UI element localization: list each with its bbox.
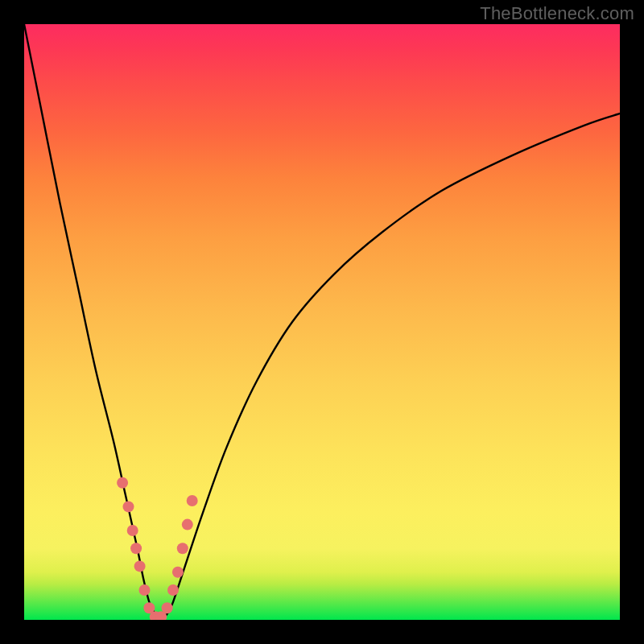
marker-point [134, 560, 146, 572]
marker-point [127, 525, 138, 536]
marker-point [182, 519, 193, 530]
marker-point [130, 543, 142, 554]
watermark-text: TheBottleneck.com [480, 3, 634, 24]
marker-point [139, 584, 151, 596]
marker-point [177, 543, 188, 554]
marker-point [123, 501, 134, 512]
marker-point [187, 495, 198, 506]
curve-layer [24, 24, 620, 620]
marker-point [167, 584, 179, 596]
marker-point [117, 477, 128, 489]
marker-point [162, 602, 173, 613]
plot-area [24, 24, 620, 620]
marker-point [172, 567, 184, 578]
highlighted-points [117, 477, 198, 620]
chart-frame: TheBottleneck.com [0, 0, 644, 644]
bottleneck-curve [24, 24, 620, 620]
